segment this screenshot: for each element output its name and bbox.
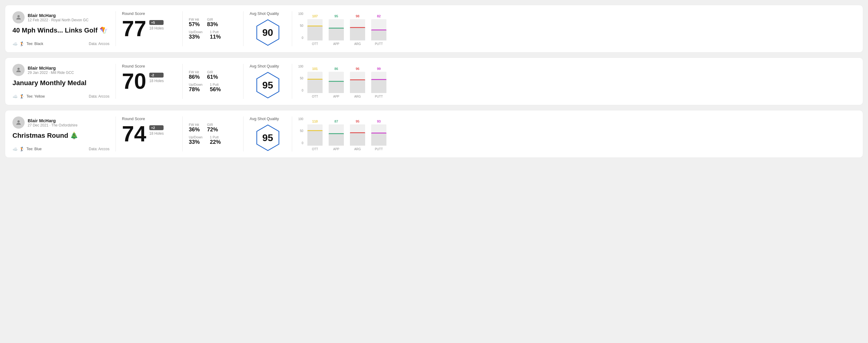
bar-wrapper [350,19,365,40]
bar-group-ott: 110OTT [307,120,322,151]
bar-group-putt: 82PUTT [371,14,386,45]
round-score-label: Round Score [122,11,176,16]
updown-stat: Up/Down 33% [189,30,203,40]
svg-point-0 [17,15,20,17]
date-course: 27 Dec 2021 · The Oxfordshire [28,123,78,127]
golf-icon: 🏌️ [20,147,25,151]
user-info: Blair McHarg 12 Feb 2022 · Royal North D… [28,13,89,22]
bar-value: 86 [335,67,338,70]
bar-wrapper [329,19,344,40]
gir-label: GIR [207,123,218,126]
bar-wrapper [350,72,365,93]
gir-stat: GIR 61% [207,70,218,80]
hexagon-container: 90 [254,19,282,46]
bar-wrapper [371,19,386,40]
bar-wrapper [371,124,386,146]
data-source: Data: Arccos [89,147,110,151]
score-row: 77 +5 18 Holes [122,18,176,39]
score-badge-holes: +5 18 Holes [149,20,163,30]
updown-label: Up/Down [189,83,203,86]
round-left-section: Blair McHarg 27 Dec 2021 · The Oxfordshi… [12,117,116,151]
bar-value: 95 [335,14,338,18]
score-section: Round Score 77 +5 18 Holes [122,11,183,46]
chart-section: 100500107OTT95APP98ARG82PUTT [298,11,856,46]
bar-group-ott: 107OTT [307,14,322,45]
bar-group-arg: 95ARG [350,120,365,151]
round-left-section: Blair McHarg 12 Feb 2022 · Royal North D… [12,11,116,46]
hexagon-container: 95 [254,124,282,151]
avatar [12,11,25,23]
bar-value: 96 [356,67,359,70]
svg-point-1 [17,68,20,70]
data-source: Data: Arccos [89,42,110,46]
cloud-icon: ☁️ [12,94,18,99]
bar-colored-line [329,28,344,29]
y-axis-label: 50 [300,76,303,80]
bar-colored-line [371,132,386,133]
user-name: Blair McHarg [28,118,78,123]
stats-row-bottom: Up/Down 33% 1 Putt 11% [189,30,237,40]
bar-group-putt: 93PUTT [371,120,386,151]
one-putt-value: 11% [210,34,221,40]
bar-x-label: PUTT [375,148,383,151]
bar-colored-line [371,30,386,30]
one-putt-label: 1 Putt [210,30,221,34]
y-axis-label: 0 [302,89,303,92]
y-axis: 100500 [298,12,303,39]
bar-group-arg: 98ARG [350,14,365,45]
bar-fill [307,130,322,146]
quality-score: 95 [262,80,273,91]
bar-group-app: 87APP [329,120,344,151]
updown-value: 33% [189,139,203,145]
fw-hit-value: 86% [189,74,200,80]
bar-value: 99 [377,67,381,70]
one-putt-stat: 1 Putt 11% [210,30,221,40]
user-header: Blair McHarg 29 Jan 2022 · Mill Ride GCC [12,64,110,76]
updown-label: Up/Down [189,30,203,34]
holes-text: 18 Holes [149,131,163,136]
bar-colored-line [350,132,365,133]
bar-chart: 100500107OTT95APP98ARG82PUTT [298,12,856,45]
bar-colored-line [307,130,322,131]
round-score-label: Round Score [122,64,176,68]
golf-icon: 🏌️ [20,41,25,46]
y-axis-label: 100 [298,65,303,68]
bar-value: 93 [377,120,381,123]
tee-info: ☁️ 🏌️ Tee: Black [12,41,43,46]
fw-hit-label: FW Hit [189,70,200,74]
bar-x-label: ARG [354,42,361,45]
bar-fill [307,79,322,93]
round-title: 40 Mph Winds... Links Golf 🪁 [12,27,110,34]
round-score-label: Round Score [122,117,176,121]
score-row: 74 +2 18 Holes [122,123,176,145]
stats-section: FW Hit 36% GIR 72% Up/Down 33% 1 Putt 22… [189,117,244,151]
bar-colored-line [371,79,386,80]
stats-section: FW Hit 86% GIR 61% Up/Down 78% 1 Putt 56… [189,64,244,99]
bar-x-label: PUTT [375,42,383,45]
quality-section: Avg Shot Quality 95 [250,64,292,99]
tee-info: ☁️ 🏌️ Tee: Yellow [12,94,45,99]
user-name: Blair McHarg [28,65,74,70]
bar-colored-line [350,80,365,80]
tee-label: Tee: Yellow [26,94,45,98]
score-row: 70 -2 18 Holes [122,70,176,92]
gir-label: GIR [207,70,218,74]
quality-section: Avg Shot Quality 95 [250,117,292,151]
user-name: Blair McHarg [28,13,89,18]
golf-icon: 🏌️ [20,94,25,99]
user-info: Blair McHarg 27 Dec 2021 · The Oxfordshi… [28,118,78,127]
stats-row-top: FW Hit 86% GIR 61% [189,70,237,80]
one-putt-label: 1 Putt [210,83,221,86]
bar-value: 107 [312,14,318,18]
round-title: Christmas Round 🎄 [12,132,110,139]
stats-row-bottom: Up/Down 78% 1 Putt 56% [189,83,237,93]
fw-hit-value: 57% [189,21,200,28]
bar-x-label: OTT [312,148,318,151]
bar-value: 110 [312,120,318,123]
updown-label: Up/Down [189,135,203,139]
score-number: 77 [122,18,146,39]
bar-x-label: OTT [312,95,318,98]
gir-stat: GIR 72% [207,123,218,133]
y-axis-label: 100 [298,117,303,121]
bar-group-app: 86APP [329,67,344,98]
